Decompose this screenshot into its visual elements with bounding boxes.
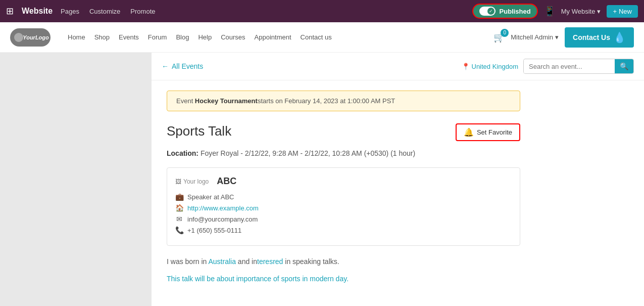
nav-home[interactable]: Home <box>68 33 85 41</box>
main-content: ← All Events 📍 United Kingdom 🔍 <box>152 53 644 306</box>
speaker-website-link[interactable]: http://www.example.com <box>187 204 259 212</box>
logo-image: YourLogo <box>10 28 51 47</box>
back-arrow-icon: ← <box>162 62 169 70</box>
phone-icon: 📞 <box>175 226 183 234</box>
nav-events[interactable]: Events <box>119 33 139 41</box>
mobile-icon[interactable]: 📱 <box>544 6 555 17</box>
event-title: Sports Talk <box>167 123 231 139</box>
briefcase-icon: 💼 <box>175 193 183 201</box>
event-detail-content: Event Hockey Tournamentstarts on Februar… <box>152 80 535 295</box>
speaker-name: ABC <box>217 176 236 187</box>
location-value: Foyer Royal - 2/12/22, 9:28 AM - 2/12/22… <box>201 149 415 157</box>
event-alert-banner: Event Hockey Tournamentstarts on Februar… <box>167 91 520 111</box>
bell-icon: 🔔 <box>464 127 474 137</box>
home-icon: 🏠 <box>175 204 183 212</box>
published-text: Published <box>500 8 531 15</box>
event-location: Location: Foyer Royal - 2/12/22, 9:28 AM… <box>167 149 520 157</box>
interesred-link[interactable]: teresred <box>257 257 283 266</box>
cart-icon[interactable]: 🛒 0 <box>493 32 505 43</box>
left-sidebar <box>0 53 152 306</box>
content-area: ← All Events 📍 United Kingdom 🔍 <box>0 53 644 306</box>
location-filter[interactable]: 📍 United Kingdom <box>462 63 519 70</box>
website-nav: YourLogo Home Shop Events Forum Blog Hel… <box>0 22 644 53</box>
cart-badge: 0 <box>501 29 509 37</box>
speaker-details: 💼 Speaker at ABC 🏠 http://www.example.co… <box>175 193 512 234</box>
speaker-email: ✉ info@yourcompany.com <box>175 215 512 223</box>
published-toggle[interactable]: ✓ Published <box>472 4 538 19</box>
speaker-phone: 📞 +1 (650) 555-0111 <box>175 226 512 234</box>
admin-bar: ⊞ Website Pages Customize Promote ✓ Publ… <box>0 0 644 22</box>
envelope-icon: ✉ <box>175 215 183 223</box>
promote-nav-link[interactable]: Promote <box>130 8 155 15</box>
toggle-knob: ✓ <box>487 8 494 15</box>
my-website-button[interactable]: My Website ▾ <box>561 8 601 15</box>
nav-shop[interactable]: Shop <box>94 33 110 41</box>
admin-bar-right: ✓ Published 📱 My Website ▾ + New <box>472 4 638 19</box>
all-events-link[interactable]: ← All Events <box>162 62 203 70</box>
admin-bar-nav: Pages Customize Promote <box>61 8 155 15</box>
nav-contact-us[interactable]: Contact us <box>301 33 332 41</box>
contact-us-button[interactable]: Contact Us 💧 <box>565 27 634 48</box>
website-nav-links: Home Shop Events Forum Blog Help Courses… <box>68 33 332 41</box>
speaker-bio: I was born in Australia and interesred i… <box>167 256 520 267</box>
logo-area[interactable]: YourLogo <box>10 28 51 47</box>
search-icon: 🔍 <box>620 62 628 70</box>
search-button[interactable]: 🔍 <box>615 59 633 73</box>
search-box: 🔍 <box>523 59 634 74</box>
talk-description: This talk will be about importance of sp… <box>167 273 520 284</box>
nav-forum[interactable]: Forum <box>148 33 167 41</box>
speaker-website: 🏠 http://www.example.com <box>175 204 512 212</box>
customize-nav-link[interactable]: Customize <box>89 8 120 15</box>
location-label: Location: <box>167 149 199 157</box>
admin-bar-title: Website <box>22 7 53 16</box>
toggle-switch: ✓ <box>479 7 496 16</box>
speaker-logo-icon: 🖼 <box>175 178 181 185</box>
events-header: ← All Events 📍 United Kingdom 🔍 <box>152 53 644 80</box>
location-pin-icon: 📍 <box>462 63 470 70</box>
pages-nav-link[interactable]: Pages <box>61 8 79 15</box>
new-button[interactable]: + New <box>607 5 638 18</box>
set-favorite-button[interactable]: 🔔 Set Favorite <box>456 123 520 141</box>
nav-help[interactable]: Help <box>198 33 212 41</box>
event-title-row: Sports Talk 🔔 Set Favorite <box>167 123 520 141</box>
search-input[interactable] <box>524 60 615 73</box>
speaker-role: 💼 Speaker at ABC <box>175 193 512 201</box>
australia-link[interactable]: Australia <box>209 257 236 266</box>
nav-right: 🛒 0 Mitchell Admin ▾ Contact Us 💧 <box>489 27 634 48</box>
speaker-logo: 🖼 Your logo <box>175 178 209 185</box>
admin-bar-left: ⊞ Website Pages Customize Promote <box>6 6 156 17</box>
nav-courses[interactable]: Courses <box>221 33 245 41</box>
drop-icon: 💧 <box>613 31 626 43</box>
nav-appointment[interactable]: Appointment <box>255 33 291 41</box>
nav-blog[interactable]: Blog <box>176 33 189 41</box>
speaker-card: 🖼 Your logo ABC 💼 Speaker at ABC 🏠 http:… <box>167 167 520 246</box>
alert-event-name: Hockey Tournament <box>195 97 258 105</box>
events-header-right: 📍 United Kingdom 🔍 <box>462 59 634 74</box>
grid-icon[interactable]: ⊞ <box>6 6 14 17</box>
speaker-header: 🖼 Your logo ABC <box>175 176 512 187</box>
user-menu-button[interactable]: Mitchell Admin ▾ <box>511 33 559 41</box>
